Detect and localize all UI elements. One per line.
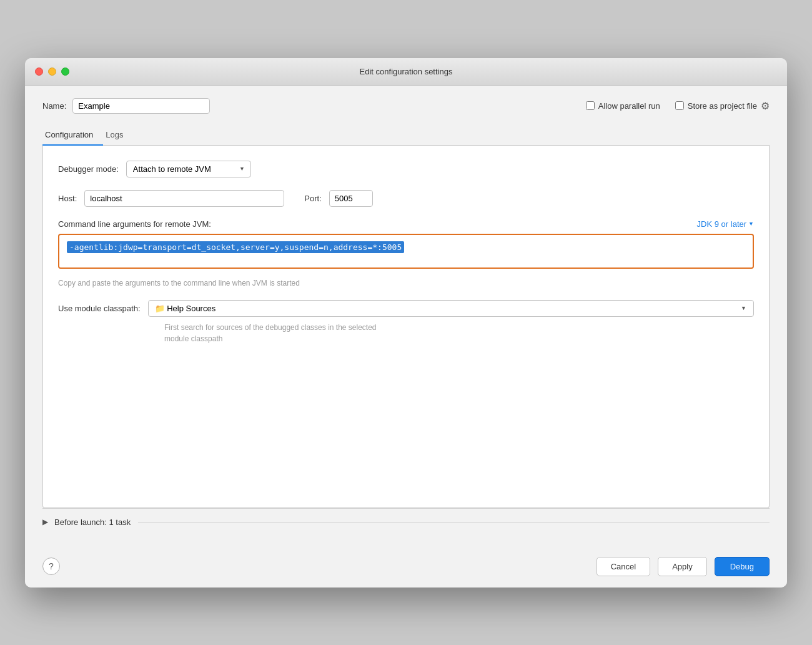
before-launch-line [138,522,770,522]
host-input[interactable] [84,190,284,207]
port-label: Port: [304,194,321,203]
tabs-section: Configuration Logs Debugger mode: Attach… [42,125,770,508]
apply-button[interactable]: Apply [658,557,707,576]
debugger-mode-select-wrapper: Attach to remote JVM Listen to remote JV… [126,161,251,178]
name-label: Name: [42,101,66,111]
main-window: Edit configuration settings Name: Allow … [25,58,787,588]
gear-icon[interactable]: ⚙ [761,100,770,112]
before-launch-section: ▶ Before launch: 1 task [42,508,770,536]
before-launch-label: Before launch: 1 task [54,518,131,527]
cmd-args-box[interactable]: -agentlib:jdwp=transport=dt_socket,serve… [58,234,754,269]
tab-configuration[interactable]: Configuration [42,125,103,146]
module-select-wrapper: 📁 Help Sources [148,300,754,317]
cmd-args-label: Command line arguments for remote JVM: [58,219,211,229]
store-project-label: Store as project file [688,101,757,111]
name-row: Name: Allow parallel run Store as projec… [42,98,770,114]
tabs-bar: Configuration Logs [42,125,770,146]
configuration-panel: Debugger mode: Attach to remote JVM List… [42,146,770,508]
host-port-row: Host: Port: [58,190,754,207]
maximize-button[interactable] [61,68,69,76]
allow-parallel-label: Allow parallel run [598,101,660,111]
name-row-right: Allow parallel run Store as project file… [586,100,770,112]
window-title: Edit configuration settings [360,67,453,76]
store-project-checkbox[interactable] [675,101,684,110]
cmd-args-header: Command line arguments for remote JVM: J… [58,219,754,229]
module-hint-line2: module classpath [164,334,222,343]
module-hint: First search for sources of the debugged… [164,322,754,344]
before-launch-arrow[interactable]: ▶ [42,518,48,526]
name-input[interactable] [72,98,210,114]
main-content: Name: Allow parallel run Store as projec… [25,86,787,548]
debugger-mode-select[interactable]: Attach to remote JVM Listen to remote JV… [126,161,251,178]
module-classpath-row: Use module classpath: 📁 Help Sources [58,300,754,317]
titlebar: Edit configuration settings [25,58,787,86]
store-project-group: Store as project file ⚙ [675,100,770,112]
footer-buttons: Cancel Apply Debug [597,557,770,576]
module-select[interactable]: 📁 Help Sources [148,300,754,317]
jdk-link[interactable]: JDK 9 or later [697,219,754,229]
module-classpath-label: Use module classpath: [58,304,141,313]
close-button[interactable] [35,68,43,76]
debugger-mode-label: Debugger mode: [58,164,119,174]
cmd-args-value: -agentlib:jdwp=transport=dt_socket,serve… [67,241,404,253]
tab-logs[interactable]: Logs [103,125,133,146]
debug-button[interactable]: Debug [715,557,770,576]
debugger-mode-row: Debugger mode: Attach to remote JVM List… [58,161,754,178]
allow-parallel-checkbox[interactable] [586,101,595,110]
host-label: Host: [58,194,77,203]
cmd-hint: Copy and paste the arguments to the comm… [58,279,754,288]
help-button[interactable]: ? [42,558,60,575]
cancel-button[interactable]: Cancel [597,557,650,576]
allow-parallel-group: Allow parallel run [586,101,660,111]
cmd-args-section: Command line arguments for remote JVM: J… [58,219,754,269]
traffic-lights [35,68,69,76]
minimize-button[interactable] [48,68,56,76]
footer: ? Cancel Apply Debug [25,548,787,588]
module-hint-line1: First search for sources of the debugged… [164,323,377,332]
port-input[interactable] [329,190,373,207]
